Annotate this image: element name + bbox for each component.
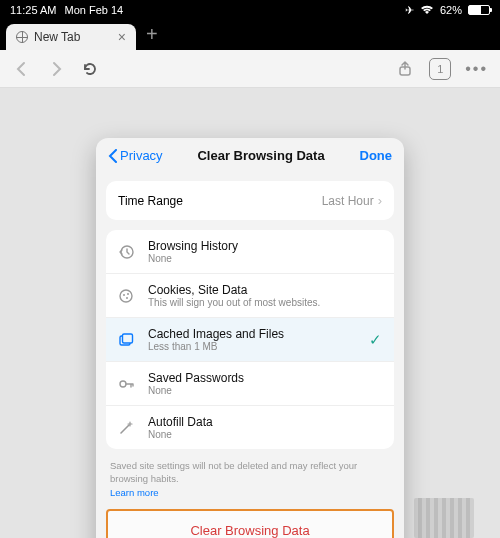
clear-data-sheet: Privacy Clear Browsing Data Done Time Ra…: [96, 138, 404, 538]
new-tab-button[interactable]: +: [136, 23, 168, 50]
chevron-right-icon: ›: [378, 193, 382, 208]
chevron-left-icon: [108, 149, 118, 163]
status-date: Mon Feb 14: [64, 4, 123, 16]
airplane-icon: ✈: [405, 4, 414, 17]
svg-rect-7: [123, 334, 133, 343]
tab-bar: New Tab × +: [0, 20, 500, 50]
browser-toolbar: 1 •••: [0, 50, 500, 88]
item-title: Cached Images and Files: [148, 327, 357, 341]
item-passwords[interactable]: Saved Passwords None: [106, 361, 394, 405]
item-title: Cookies, Site Data: [148, 283, 382, 297]
cache-icon: [118, 332, 136, 348]
learn-more-link[interactable]: Learn more: [110, 487, 159, 498]
item-autofill[interactable]: Autofill Data None: [106, 405, 394, 449]
back-label: Privacy: [120, 148, 163, 163]
time-range-row[interactable]: Time Range Last Hour ›: [106, 181, 394, 220]
item-title: Autofill Data: [148, 415, 382, 429]
item-title: Browsing History: [148, 239, 382, 253]
item-cookies[interactable]: Cookies, Site Data This will sign you ou…: [106, 273, 394, 317]
battery-pct: 62%: [440, 4, 462, 16]
wand-icon: [118, 420, 136, 436]
time-range-label: Time Range: [118, 194, 183, 208]
item-browsing-history[interactable]: Browsing History None: [106, 230, 394, 273]
footer-note: Saved site settings will not be deleted …: [96, 449, 404, 501]
item-sub: None: [148, 253, 382, 264]
globe-icon: [16, 31, 28, 43]
item-sub: None: [148, 429, 382, 440]
key-icon: [118, 376, 136, 392]
item-cached-images[interactable]: Cached Images and Files Less than 1 MB ✓: [106, 317, 394, 361]
bg-thumbnail: [414, 498, 474, 538]
browser-tab[interactable]: New Tab ×: [6, 24, 136, 50]
done-button[interactable]: Done: [360, 148, 393, 163]
sheet-title: Clear Browsing Data: [197, 148, 324, 163]
cookie-icon: [118, 288, 136, 304]
svg-point-5: [126, 297, 128, 299]
overflow-menu-icon[interactable]: •••: [465, 60, 488, 78]
svg-point-8: [120, 381, 126, 387]
time-range-value: Last Hour: [322, 194, 374, 208]
forward-icon[interactable]: [46, 59, 66, 79]
close-tab-icon[interactable]: ×: [118, 29, 126, 45]
back-icon[interactable]: [12, 59, 32, 79]
clear-data-button[interactable]: Clear Browsing Data: [106, 509, 394, 538]
note-text: Saved site settings will not be deleted …: [110, 460, 357, 484]
history-icon: [118, 244, 136, 260]
back-privacy-button[interactable]: Privacy: [108, 148, 163, 163]
svg-point-2: [120, 290, 132, 302]
data-type-list: Browsing History None Cookies, Site Data…: [106, 230, 394, 449]
share-icon[interactable]: [395, 59, 415, 79]
tab-title: New Tab: [34, 30, 80, 44]
status-bar: 11:25 AM Mon Feb 14 ✈ 62%: [0, 0, 500, 20]
item-sub: Less than 1 MB: [148, 341, 357, 352]
checkmark-icon: ✓: [369, 331, 382, 349]
wifi-icon: [420, 5, 434, 15]
item-title: Saved Passwords: [148, 371, 382, 385]
svg-point-4: [127, 293, 129, 295]
battery-icon: [468, 5, 490, 15]
reload-icon[interactable]: [80, 59, 100, 79]
svg-point-3: [123, 294, 125, 296]
item-sub: This will sign you out of most websites.: [148, 297, 382, 308]
tab-count-button[interactable]: 1: [429, 58, 451, 80]
item-sub: None: [148, 385, 382, 396]
status-time: 11:25 AM: [10, 4, 56, 16]
